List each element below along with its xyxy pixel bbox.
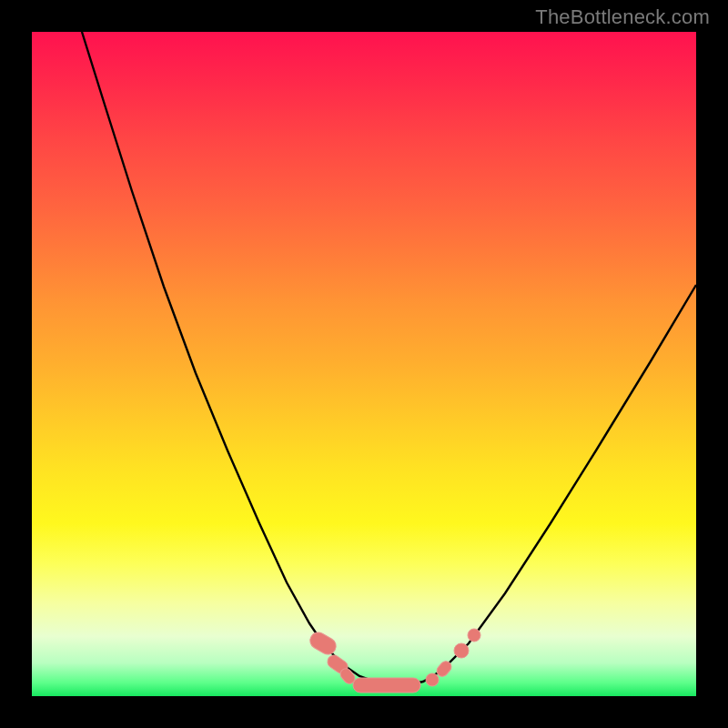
- marker-dot: [426, 673, 439, 686]
- chart-frame: TheBottleneck.com: [0, 0, 728, 728]
- chart-svg: [32, 32, 696, 696]
- curve-markers: [308, 629, 480, 693]
- marker-dot: [454, 643, 469, 658]
- marker-capsule: [308, 630, 339, 658]
- plot-area: [32, 32, 696, 696]
- marker-dot: [468, 629, 480, 642]
- marker-capsule: [353, 678, 420, 693]
- watermark-text: TheBottleneck.com: [535, 5, 710, 29]
- bottleneck-curve: [82, 32, 696, 685]
